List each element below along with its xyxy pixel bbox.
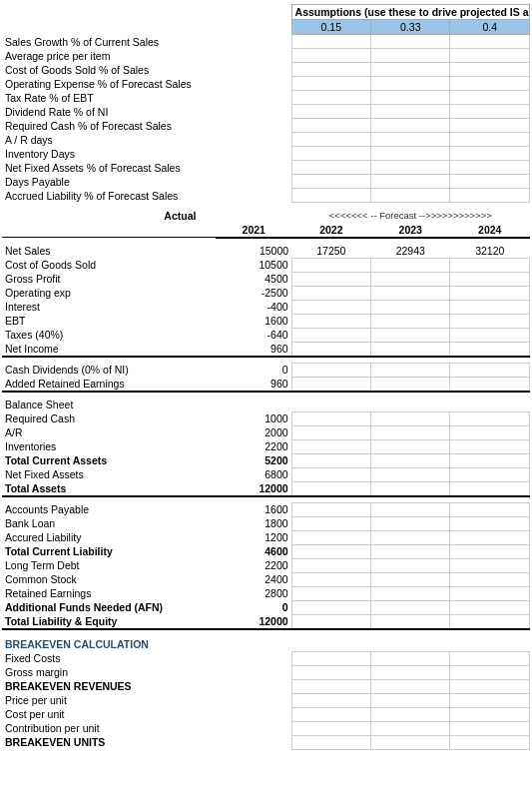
net-sales-data-row: Net Sales 15000 17250 22943 32120	[2, 244, 530, 259]
afn-actual[interactable]: 0	[216, 600, 291, 614]
spacer-5	[2, 629, 530, 637]
assumptions-label-blank	[2, 20, 216, 35]
assumption-val-3[interactable]: 0.4	[450, 20, 530, 35]
ar-actual[interactable]: 2000	[216, 425, 291, 439]
cost-per-unit-label: Cost per unit	[2, 707, 216, 721]
assumption-cell-0-1[interactable]	[291, 35, 370, 49]
net-sales-actual[interactable]: 15000	[216, 244, 291, 259]
assumptions-blank	[2, 5, 216, 20]
net-sales-label: Net Sales	[2, 244, 216, 259]
afn-label: Additional Funds Needed (AFN)	[2, 600, 216, 614]
gross-profit-label: Gross Profit	[2, 272, 216, 286]
net-income-label: Net Income	[2, 342, 216, 357]
bank-loan-actual[interactable]: 1800	[216, 516, 291, 530]
total-assets-row: Total Assets 12000	[2, 481, 530, 496]
gross-margin-label: Gross margin	[2, 665, 216, 679]
taxes-actual[interactable]: -640	[216, 328, 291, 342]
total-liability-equity-row: Total Liability & Equity 12000	[2, 614, 530, 629]
balance-sheet-label: Balance Sheet	[2, 398, 216, 411]
assumption-val-2[interactable]: 0.33	[371, 20, 450, 35]
assumption-label-2: Cost of Goods Sold % of Sales	[2, 63, 216, 77]
added-retained-actual[interactable]: 960	[216, 377, 291, 392]
assumptions-table: Assumptions (use these to drive projecte…	[2, 4, 530, 750]
cogs-row: Cost of Goods Sold 10500	[2, 258, 530, 272]
breakeven-title: BREAKEVEN CALCULATION	[2, 637, 216, 651]
total-assets-label: Total Assets	[2, 481, 216, 496]
accounts-payable-row: Accounts Payable 1600	[2, 502, 530, 516]
gross-margin-row: Gross margin	[2, 665, 530, 679]
total-current-assets-label: Total Current Assets	[2, 453, 216, 467]
gross-profit-row: Gross Profit 4500	[2, 272, 530, 286]
required-cash-label: Required Cash	[2, 411, 216, 425]
assumption-cell-1-2[interactable]	[371, 49, 450, 63]
net-sales-f2[interactable]: 22943	[371, 244, 450, 259]
long-term-debt-actual[interactable]: 2200	[216, 558, 291, 572]
net-income-actual[interactable]: 960	[216, 342, 291, 357]
assumption-row-0: Sales Growth % of Current Sales	[2, 35, 530, 49]
common-stock-actual[interactable]: 2400	[216, 572, 291, 586]
inventories-label: Inventories	[2, 439, 216, 453]
inventories-actual[interactable]: 2200	[216, 439, 291, 453]
net-sales-f3[interactable]: 32120	[450, 244, 530, 259]
operating-exp-row: Operating exp -2500	[2, 286, 530, 300]
assumption-cell-0-3[interactable]	[450, 35, 530, 49]
bank-loan-label: Bank Loan	[2, 516, 216, 530]
assumption-row-7: A / R days	[2, 133, 530, 147]
long-term-debt-label: Long Term Debt	[2, 558, 216, 572]
operating-exp-label: Operating exp	[2, 286, 216, 300]
operating-exp-actual[interactable]: -2500	[216, 286, 291, 300]
retained-earnings-actual[interactable]: 2800	[216, 586, 291, 600]
breakeven-units-label: BREAKEVEN UNITS	[2, 735, 216, 749]
assumption-cell-1-3[interactable]	[450, 49, 530, 63]
assumption-row-3: Operating Expense % of Forecast Sales	[2, 77, 530, 91]
year-header-row: Actual <<<<<<< -- Forecast -->>>>>>>>>>>…	[2, 209, 530, 223]
year-actual: 2021	[216, 223, 291, 238]
breakeven-revenues-label: BREAKEVEN REVENUES	[2, 679, 216, 693]
total-current-assets-row: Total Current Assets 5200	[2, 453, 530, 467]
total-liability-equity-label: Total Liability & Equity	[2, 614, 216, 629]
bank-loan-row: Bank Loan 1800	[2, 516, 530, 530]
assumption-label-8: Inventory Days	[2, 147, 216, 161]
assumption-val-1[interactable]: 0.15	[291, 20, 370, 35]
cogs-actual[interactable]: 10500	[216, 258, 291, 272]
forecast-arrow-label: <<<<<<< -- Forecast -->>>>>>>>>>>>	[291, 209, 529, 223]
assumption-label-7: A / R days	[2, 133, 216, 147]
interest-row: Interest -400	[2, 300, 530, 314]
added-retained-label: Added Retained Earnings	[2, 377, 216, 392]
total-current-assets-actual[interactable]: 5200	[216, 453, 291, 467]
net-sales-f1[interactable]: 17250	[291, 244, 370, 259]
accounts-payable-actual[interactable]: 1600	[216, 502, 291, 516]
assumption-label-5: Dividend Rate % of NI	[2, 105, 216, 119]
net-fixed-assets-actual[interactable]: 6800	[216, 467, 291, 481]
breakeven-units-row: BREAKEVEN UNITS	[2, 735, 530, 749]
required-cash-actual[interactable]: 1000	[216, 411, 291, 425]
common-stock-label: Common Stock	[2, 572, 216, 586]
assumption-row-6: Required Cash % of Forecast Sales	[2, 119, 530, 133]
retained-earnings-label: Retained Earnings	[2, 586, 216, 600]
taxes-row: Taxes (40%) -640	[2, 328, 530, 342]
assumption-label-4: Tax Rate % of EBT	[2, 91, 216, 105]
gross-profit-actual[interactable]: 4500	[216, 272, 291, 286]
net-income-row: Net Income 960	[2, 342, 530, 357]
ar-row: A/R 2000	[2, 425, 530, 439]
total-current-liability-actual[interactable]: 4600	[216, 544, 291, 558]
added-retained-row: Added Retained Earnings 960	[2, 377, 530, 392]
assumption-label-0: Sales Growth % of Current Sales	[2, 35, 216, 49]
cash-dividends-actual[interactable]: 0	[216, 363, 291, 377]
accounts-payable-label: Accounts Payable	[2, 502, 216, 516]
interest-actual[interactable]: -400	[216, 300, 291, 314]
accured-liability-actual[interactable]: 1200	[216, 530, 291, 544]
assumption-row-11: Accrued Liability % of Forecast Sales	[2, 189, 530, 203]
assumption-cell-1-1[interactable]	[291, 49, 370, 63]
year-f1: 2022	[291, 223, 370, 238]
year-f2: 2023	[371, 223, 450, 238]
assumption-cell-0-2[interactable]	[371, 35, 450, 49]
total-assets-actual[interactable]: 12000	[216, 481, 291, 496]
cogs-label: Cost of Goods Sold	[2, 258, 216, 272]
total-liability-equity-actual[interactable]: 12000	[216, 614, 291, 629]
assumption-label-3: Operating Expense % of Forecast Sales	[2, 77, 216, 91]
total-current-liability-label: Total Current Liability	[2, 544, 216, 558]
inventories-row: Inventories 2200	[2, 439, 530, 453]
assumptions-blank2	[216, 5, 291, 20]
ebt-actual[interactable]: 1600	[216, 314, 291, 328]
